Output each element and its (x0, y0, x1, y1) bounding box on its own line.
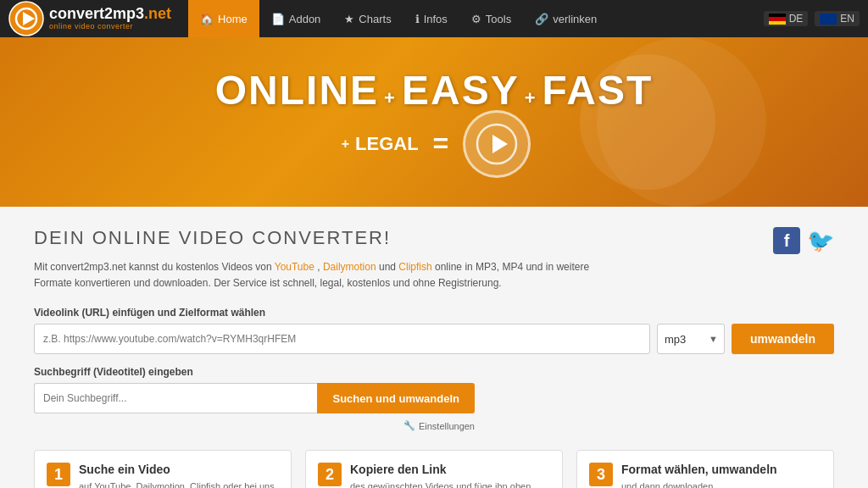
facebook-icon[interactable]: f (773, 227, 800, 254)
clipfish-link[interactable]: Clipfish (398, 261, 431, 273)
nav-addon[interactable]: 📄 Addon (259, 0, 333, 37)
step-desc-2: des gewünschten Videos und füge ihn oben… (350, 480, 548, 488)
main-content: f 🐦 DEIN ONLINE VIDEO CONVERTER! Mit con… (0, 207, 868, 488)
search-row: Suchen und umwandeln (34, 383, 475, 413)
hero-word-online: ONLINE (215, 67, 379, 114)
settings-link[interactable]: 🔧 Einstellungen (403, 420, 475, 431)
gear-icon: 🔧 (403, 420, 415, 431)
addon-icon: 📄 (271, 13, 285, 25)
social-icons: f 🐦 (773, 227, 834, 254)
hero-word-fast: FAST (542, 67, 654, 114)
navbar: convert2mp3.net online video converter 🏠… (0, 0, 868, 37)
hero-banner: ONLINE + EASY + FAST + LEGAL = (0, 37, 868, 207)
step-card-3: 3 Format wählen, umwandeln und dann down… (576, 450, 834, 488)
logo-sub: online video converter (49, 23, 171, 31)
settings-row: 🔧 Einstellungen (34, 419, 475, 431)
hero-text: ONLINE + EASY + FAST + LEGAL = (215, 67, 653, 178)
description-text: Mit convert2mp3.net kannst du kostenlos … (34, 259, 627, 291)
nav-charts[interactable]: ★ Charts (332, 0, 403, 37)
step-title-1: Suche ein Video (79, 463, 277, 476)
nav-home[interactable]: 🏠 Home (188, 0, 259, 37)
lang-en-button[interactable]: EN (815, 11, 860, 26)
convert-button[interactable]: umwandeln (732, 324, 834, 354)
logo-name: convert2mp3.net (49, 6, 171, 23)
flag-de-icon (769, 14, 786, 25)
url-section-label: Videolink (URL) einfügen und Zielformat … (34, 307, 834, 319)
step-number-2: 2 (318, 463, 342, 486)
search-input[interactable] (34, 383, 317, 413)
svg-marker-4 (492, 135, 508, 153)
logo-icon (8, 1, 44, 36)
step-title-2: Kopiere den Link (350, 463, 548, 476)
format-select-wrapper: mp3 mp4 webm aac ▼ (657, 324, 725, 354)
hero-plus3: + (342, 136, 349, 152)
nav-infos[interactable]: ℹ Infos (403, 0, 459, 37)
nav-items: 🏠 Home 📄 Addon ★ Charts ℹ Infos ⚙ Tools … (188, 0, 764, 37)
flag-en-icon (820, 14, 837, 25)
hero-equals: = (433, 128, 449, 159)
info-icon: ℹ (415, 13, 420, 25)
steps-section: 1 Suche ein Video auf YouTube, Dailymoti… (34, 450, 834, 488)
nav-tools[interactable]: ⚙ Tools (459, 0, 523, 37)
step-title-3: Format wählen, umwandeln (621, 463, 777, 476)
tools-icon: ⚙ (471, 13, 481, 25)
lang-de-button[interactable]: DE (764, 11, 809, 26)
step-desc-3: und dann downloaden. (621, 480, 777, 488)
hero-logo-icon (476, 123, 518, 165)
nav-verlinken[interactable]: 🔗 verlinken (523, 0, 609, 37)
twitter-icon[interactable]: 🐦 (807, 227, 834, 254)
youtube-link[interactable]: YouTube (275, 261, 314, 273)
search-button[interactable]: Suchen und umwandeln (317, 383, 475, 413)
step-card-1: 1 Suche ein Video auf YouTube, Dailymoti… (34, 450, 292, 488)
hero-plus2: + (525, 87, 537, 109)
url-input[interactable] (34, 324, 650, 354)
url-row: mp3 mp4 webm aac ▼ umwandeln (34, 324, 834, 354)
step-number-3: 3 (589, 463, 613, 486)
logo[interactable]: convert2mp3.net online video converter (8, 1, 171, 36)
format-select[interactable]: mp3 mp4 webm aac (657, 324, 725, 354)
step-desc-1: auf YouTube, Dailymotion, Clipfish oder … (79, 480, 277, 488)
search-section-label: Suchbegriff (Videotitel) eingeben (34, 366, 834, 378)
language-switcher: DE EN (764, 11, 860, 26)
home-icon: 🏠 (200, 13, 214, 25)
link-icon: 🔗 (535, 13, 548, 25)
step-number-1: 1 (47, 463, 70, 486)
step-card-2: 2 Kopiere den Link des gewünschten Video… (305, 450, 563, 488)
star-icon: ★ (344, 13, 354, 25)
hero-logo-circle (463, 110, 531, 178)
dailymotion-link[interactable]: Dailymotion (323, 261, 376, 273)
hero-plus1: + (384, 87, 397, 109)
page-title: DEIN ONLINE VIDEO CONVERTER! (34, 227, 834, 249)
hero-word-easy: EASY (402, 67, 520, 114)
hero-word-legal: LEGAL (355, 133, 419, 155)
